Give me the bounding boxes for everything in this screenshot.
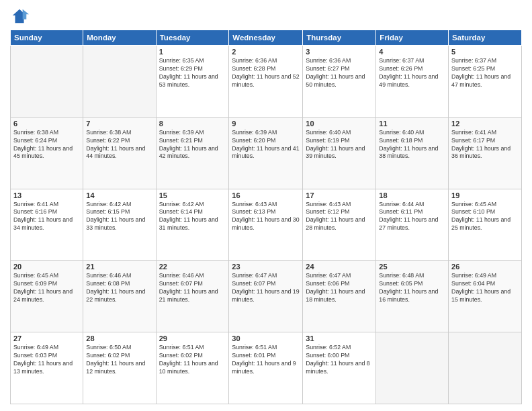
day-number: 24 bbox=[306, 263, 373, 271]
day-info: Sunrise: 6:35 AM Sunset: 6:29 PM Dayligh… bbox=[159, 57, 226, 89]
week-row-3: 20Sunrise: 6:45 AM Sunset: 6:09 PM Dayli… bbox=[11, 261, 522, 332]
day-number: 16 bbox=[232, 191, 300, 199]
day-number: 5 bbox=[451, 48, 519, 56]
calendar-cell: 25Sunrise: 6:48 AM Sunset: 6:05 PM Dayli… bbox=[376, 261, 449, 332]
day-number: 11 bbox=[379, 120, 445, 128]
day-info: Sunrise: 6:38 AM Sunset: 6:22 PM Dayligh… bbox=[86, 129, 152, 161]
day-info: Sunrise: 6:47 AM Sunset: 6:06 PM Dayligh… bbox=[306, 272, 373, 304]
day-number: 2 bbox=[232, 48, 300, 56]
day-number: 31 bbox=[306, 334, 373, 342]
day-info: Sunrise: 6:48 AM Sunset: 6:05 PM Dayligh… bbox=[379, 272, 445, 304]
day-info: Sunrise: 6:52 AM Sunset: 6:00 PM Dayligh… bbox=[306, 344, 373, 376]
calendar-cell: 20Sunrise: 6:45 AM Sunset: 6:09 PM Dayli… bbox=[11, 261, 83, 332]
day-info: Sunrise: 6:50 AM Sunset: 6:02 PM Dayligh… bbox=[86, 344, 152, 376]
day-number: 22 bbox=[159, 263, 226, 271]
calendar-cell: 9Sunrise: 6:39 AM Sunset: 6:20 PM Daylig… bbox=[229, 117, 303, 189]
col-monday: Monday bbox=[83, 30, 156, 46]
day-info: Sunrise: 6:39 AM Sunset: 6:20 PM Dayligh… bbox=[232, 129, 300, 161]
logo-icon bbox=[10, 7, 29, 26]
day-info: Sunrise: 6:43 AM Sunset: 6:13 PM Dayligh… bbox=[232, 201, 300, 233]
page: Sunday Monday Tuesday Wednesday Thursday… bbox=[0, 0, 532, 411]
day-info: Sunrise: 6:41 AM Sunset: 6:17 PM Dayligh… bbox=[451, 129, 519, 161]
calendar-cell: 2Sunrise: 6:36 AM Sunset: 6:28 PM Daylig… bbox=[229, 46, 303, 118]
calendar-cell bbox=[376, 332, 449, 404]
calendar-cell: 10Sunrise: 6:40 AM Sunset: 6:19 PM Dayli… bbox=[303, 117, 376, 189]
day-number: 27 bbox=[13, 334, 80, 342]
calendar-cell bbox=[449, 332, 522, 404]
calendar-cell: 7Sunrise: 6:38 AM Sunset: 6:22 PM Daylig… bbox=[83, 117, 156, 189]
col-tuesday: Tuesday bbox=[156, 30, 229, 46]
day-info: Sunrise: 6:41 AM Sunset: 6:16 PM Dayligh… bbox=[13, 201, 80, 233]
week-row-0: 1Sunrise: 6:35 AM Sunset: 6:29 PM Daylig… bbox=[11, 46, 522, 118]
day-number: 15 bbox=[159, 191, 226, 199]
calendar-cell: 27Sunrise: 6:49 AM Sunset: 6:03 PM Dayli… bbox=[11, 332, 83, 404]
day-number: 20 bbox=[13, 263, 80, 271]
day-number: 13 bbox=[13, 191, 80, 199]
day-number: 8 bbox=[159, 120, 226, 128]
day-info: Sunrise: 6:40 AM Sunset: 6:18 PM Dayligh… bbox=[379, 129, 445, 161]
calendar-cell: 16Sunrise: 6:43 AM Sunset: 6:13 PM Dayli… bbox=[229, 189, 303, 261]
calendar-cell: 1Sunrise: 6:35 AM Sunset: 6:29 PM Daylig… bbox=[156, 46, 229, 118]
calendar-cell: 12Sunrise: 6:41 AM Sunset: 6:17 PM Dayli… bbox=[449, 117, 522, 189]
day-number: 4 bbox=[379, 48, 445, 56]
day-number: 3 bbox=[306, 48, 373, 56]
calendar-cell: 13Sunrise: 6:41 AM Sunset: 6:16 PM Dayli… bbox=[11, 189, 83, 261]
day-number: 14 bbox=[86, 191, 152, 199]
day-number: 28 bbox=[86, 334, 152, 342]
day-number: 17 bbox=[306, 191, 373, 199]
calendar-cell: 5Sunrise: 6:37 AM Sunset: 6:25 PM Daylig… bbox=[449, 46, 522, 118]
day-number: 19 bbox=[451, 191, 519, 199]
week-row-2: 13Sunrise: 6:41 AM Sunset: 6:16 PM Dayli… bbox=[11, 189, 522, 261]
col-thursday: Thursday bbox=[303, 30, 376, 46]
calendar-cell: 26Sunrise: 6:49 AM Sunset: 6:04 PM Dayli… bbox=[449, 261, 522, 332]
day-info: Sunrise: 6:45 AM Sunset: 6:09 PM Dayligh… bbox=[13, 272, 80, 304]
col-sunday: Sunday bbox=[11, 30, 83, 46]
day-number: 9 bbox=[232, 120, 300, 128]
calendar-cell bbox=[83, 46, 156, 118]
calendar-cell: 11Sunrise: 6:40 AM Sunset: 6:18 PM Dayli… bbox=[376, 117, 449, 189]
week-row-1: 6Sunrise: 6:38 AM Sunset: 6:24 PM Daylig… bbox=[11, 117, 522, 189]
day-info: Sunrise: 6:40 AM Sunset: 6:19 PM Dayligh… bbox=[306, 129, 373, 161]
day-number: 26 bbox=[451, 263, 519, 271]
header-row: Sunday Monday Tuesday Wednesday Thursday… bbox=[11, 30, 522, 46]
day-number: 25 bbox=[379, 263, 445, 271]
logo bbox=[10, 7, 32, 26]
calendar-cell: 8Sunrise: 6:39 AM Sunset: 6:21 PM Daylig… bbox=[156, 117, 229, 189]
day-info: Sunrise: 6:46 AM Sunset: 6:07 PM Dayligh… bbox=[159, 272, 226, 304]
day-info: Sunrise: 6:51 AM Sunset: 6:01 PM Dayligh… bbox=[232, 344, 300, 376]
calendar-cell: 19Sunrise: 6:45 AM Sunset: 6:10 PM Dayli… bbox=[449, 189, 522, 261]
day-info: Sunrise: 6:37 AM Sunset: 6:25 PM Dayligh… bbox=[451, 57, 519, 89]
day-number: 6 bbox=[13, 120, 80, 128]
day-number: 10 bbox=[306, 120, 373, 128]
calendar-cell: 29Sunrise: 6:51 AM Sunset: 6:02 PM Dayli… bbox=[156, 332, 229, 404]
col-friday: Friday bbox=[376, 30, 449, 46]
calendar-cell: 17Sunrise: 6:43 AM Sunset: 6:12 PM Dayli… bbox=[303, 189, 376, 261]
day-info: Sunrise: 6:45 AM Sunset: 6:10 PM Dayligh… bbox=[451, 201, 519, 233]
calendar-cell: 15Sunrise: 6:42 AM Sunset: 6:14 PM Dayli… bbox=[156, 189, 229, 261]
day-info: Sunrise: 6:42 AM Sunset: 6:15 PM Dayligh… bbox=[86, 201, 152, 233]
calendar-table: Sunday Monday Tuesday Wednesday Thursday… bbox=[10, 30, 522, 404]
day-info: Sunrise: 6:49 AM Sunset: 6:03 PM Dayligh… bbox=[13, 344, 80, 376]
calendar-cell: 14Sunrise: 6:42 AM Sunset: 6:15 PM Dayli… bbox=[83, 189, 156, 261]
day-info: Sunrise: 6:38 AM Sunset: 6:24 PM Dayligh… bbox=[13, 129, 80, 161]
col-wednesday: Wednesday bbox=[229, 30, 303, 46]
day-info: Sunrise: 6:47 AM Sunset: 6:07 PM Dayligh… bbox=[232, 272, 300, 304]
calendar-cell: 23Sunrise: 6:47 AM Sunset: 6:07 PM Dayli… bbox=[229, 261, 303, 332]
day-number: 12 bbox=[451, 120, 519, 128]
day-number: 18 bbox=[379, 191, 445, 199]
week-row-4: 27Sunrise: 6:49 AM Sunset: 6:03 PM Dayli… bbox=[11, 332, 522, 404]
day-number: 7 bbox=[86, 120, 152, 128]
day-info: Sunrise: 6:46 AM Sunset: 6:08 PM Dayligh… bbox=[86, 272, 152, 304]
calendar-cell: 3Sunrise: 6:36 AM Sunset: 6:27 PM Daylig… bbox=[303, 46, 376, 118]
day-info: Sunrise: 6:49 AM Sunset: 6:04 PM Dayligh… bbox=[451, 272, 519, 304]
day-number: 23 bbox=[232, 263, 300, 271]
svg-marker-1 bbox=[23, 9, 29, 19]
col-saturday: Saturday bbox=[449, 30, 522, 46]
day-info: Sunrise: 6:44 AM Sunset: 6:11 PM Dayligh… bbox=[379, 201, 445, 233]
day-info: Sunrise: 6:36 AM Sunset: 6:28 PM Dayligh… bbox=[232, 57, 300, 89]
calendar-cell: 21Sunrise: 6:46 AM Sunset: 6:08 PM Dayli… bbox=[83, 261, 156, 332]
calendar-cell: 30Sunrise: 6:51 AM Sunset: 6:01 PM Dayli… bbox=[229, 332, 303, 404]
day-number: 29 bbox=[159, 334, 226, 342]
day-number: 30 bbox=[232, 334, 300, 342]
day-info: Sunrise: 6:36 AM Sunset: 6:27 PM Dayligh… bbox=[306, 57, 373, 89]
